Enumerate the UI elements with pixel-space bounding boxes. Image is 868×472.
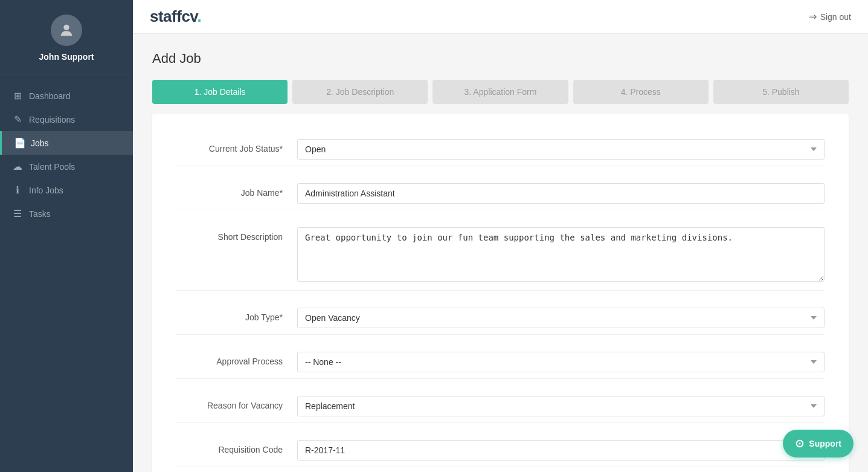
- current-job-status-row: Current Job Status* Open Closed Draft: [176, 133, 825, 166]
- approval-process-label: Approval Process: [176, 352, 297, 366]
- step-3-button[interactable]: 3. Application Form: [432, 80, 568, 104]
- sidebar-item-label: Tasks: [29, 209, 51, 219]
- job-type-row: Job Type* Open Vacancy Internal Contract: [176, 302, 825, 335]
- step-2-button[interactable]: 2. Job Description: [292, 80, 428, 104]
- sidebar-item-dashboard[interactable]: ⊞ Dashboard: [0, 84, 133, 108]
- job-details-form: Current Job Status* Open Closed Draft Jo…: [152, 114, 849, 472]
- logo-dot: .: [197, 7, 201, 25]
- page-title: Add Job: [152, 51, 849, 66]
- requisition-code-input[interactable]: [297, 440, 825, 461]
- approval-process-select[interactable]: -- None -- Standard Executive: [297, 352, 825, 372]
- current-job-status-select[interactable]: Open Closed Draft: [297, 139, 825, 160]
- support-icon: ⊙: [795, 437, 804, 450]
- job-type-field: Open Vacancy Internal Contract: [297, 308, 825, 328]
- sidebar-item-label: Jobs: [31, 138, 49, 148]
- jobs-icon: 📄: [14, 137, 25, 149]
- requisition-code-field: [297, 440, 825, 461]
- approval-process-row: Approval Process -- None -- Standard Exe…: [176, 346, 825, 379]
- requisitions-icon: ✎: [12, 114, 23, 125]
- short-description-textarea[interactable]: Great opportunity to join our fun team s…: [297, 227, 825, 282]
- reason-for-vacancy-select[interactable]: Replacement New Position Expansion: [297, 396, 825, 416]
- reason-for-vacancy-field: Replacement New Position Expansion: [297, 396, 825, 416]
- support-button[interactable]: ⊙ Support: [783, 430, 854, 457]
- signout-label: Sign out: [820, 12, 851, 22]
- main-area: staffcv. ⇒ Sign out Add Job 1. Job Detai…: [133, 0, 868, 472]
- job-name-field: [297, 183, 825, 204]
- reason-for-vacancy-label: Reason for Vacancy: [176, 396, 297, 410]
- talent-pools-icon: ☁: [12, 161, 23, 172]
- info-jobs-icon: ℹ: [12, 184, 23, 196]
- sidebar: John Support ⊞ Dashboard ✎ Requisitions …: [0, 0, 133, 472]
- svg-point-0: [63, 25, 69, 30]
- short-description-label: Short Description: [176, 227, 297, 242]
- signout-arrow-icon: ⇒: [809, 11, 817, 22]
- sidebar-nav: ⊞ Dashboard ✎ Requisitions 📄 Jobs ☁ Tale…: [0, 74, 133, 472]
- sidebar-user: John Support: [0, 0, 133, 74]
- content-area: Add Job 1. Job Details 2. Job Descriptio…: [133, 34, 868, 472]
- job-name-label: Job Name*: [176, 183, 297, 198]
- approval-process-field: -- None -- Standard Executive: [297, 352, 825, 372]
- tasks-icon: ☰: [12, 208, 23, 219]
- reason-for-vacancy-row: Reason for Vacancy Replacement New Posit…: [176, 390, 825, 423]
- sidebar-item-talent-pools[interactable]: ☁ Talent Pools: [0, 155, 133, 178]
- short-description-row: Short Description Great opportunity to j…: [176, 221, 825, 291]
- avatar: [51, 15, 82, 46]
- username: John Support: [39, 52, 94, 62]
- sidebar-item-label: Info Jobs: [29, 186, 63, 195]
- current-job-status-field: Open Closed Draft: [297, 139, 825, 160]
- sidebar-item-requisitions[interactable]: ✎ Requisitions: [0, 108, 133, 131]
- topbar: staffcv. ⇒ Sign out: [133, 0, 868, 34]
- sign-out-button[interactable]: ⇒ Sign out: [809, 11, 851, 22]
- step-4-button[interactable]: 4. Process: [573, 80, 709, 104]
- logo: staffcv.: [150, 7, 201, 26]
- step-1-button[interactable]: 1. Job Details: [152, 80, 288, 104]
- sidebar-item-tasks[interactable]: ☰ Tasks: [0, 202, 133, 225]
- short-description-field: Great opportunity to join our fun team s…: [297, 227, 825, 284]
- job-type-select[interactable]: Open Vacancy Internal Contract: [297, 308, 825, 328]
- requisition-code-label: Requisition Code: [176, 440, 297, 454]
- sidebar-item-jobs[interactable]: 📄 Jobs: [0, 131, 133, 155]
- job-name-row: Job Name*: [176, 177, 825, 210]
- sidebar-item-label: Dashboard: [29, 91, 71, 101]
- job-name-input[interactable]: [297, 183, 825, 204]
- requisition-code-row: Requisition Code: [176, 434, 825, 467]
- step-5-button[interactable]: 5. Publish: [713, 80, 849, 104]
- current-job-status-label: Current Job Status*: [176, 139, 297, 154]
- sidebar-item-info-jobs[interactable]: ℹ Info Jobs: [0, 178, 133, 202]
- sidebar-item-label: Requisitions: [29, 115, 75, 124]
- support-label: Support: [809, 439, 841, 448]
- dashboard-icon: ⊞: [12, 90, 23, 102]
- job-type-label: Job Type*: [176, 308, 297, 322]
- sidebar-item-label: Talent Pools: [29, 162, 75, 172]
- steps-bar: 1. Job Details 2. Job Description 3. App…: [152, 80, 849, 104]
